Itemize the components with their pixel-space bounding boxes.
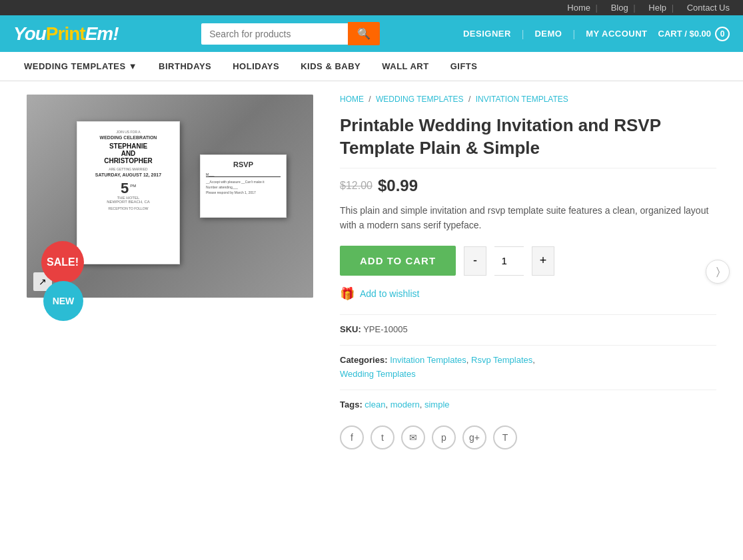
- invitation-card: JOIN US FOR A WEDDING CELEBRATION STEPHA…: [77, 121, 180, 264]
- rsvp-card: RSVP M___ __Accept with pleasure __Can't…: [200, 154, 287, 218]
- bc-sep2: /: [468, 95, 470, 104]
- logo[interactable]: YouPrintEm!: [13, 23, 119, 45]
- header: YouPrintEm! 🔍 DESIGNER | DEMO | MY ACCOU…: [0, 15, 743, 52]
- category-invitation[interactable]: Invitation Templates: [390, 355, 466, 365]
- tags-label: Tags:: [340, 400, 363, 410]
- next-product-button[interactable]: 〉: [706, 260, 730, 284]
- nav-holidays[interactable]: HOLIDAYS: [222, 52, 290, 81]
- cart-button[interactable]: CART / $0.00 0: [658, 27, 730, 41]
- sale-badge: SALE!: [41, 241, 84, 284]
- rsvp-number: Number attending___: [206, 185, 281, 189]
- tag-clean[interactable]: clean: [365, 400, 385, 410]
- nav-gifts[interactable]: GIFTS: [440, 52, 488, 81]
- meta-divider3: [340, 390, 716, 390]
- price-wrap: $12.00 $0.99: [340, 176, 716, 195]
- sep3: |: [672, 3, 674, 13]
- quantity-plus-button[interactable]: +: [532, 246, 554, 276]
- inv-date: SATURDAY, AUGUST 12, 2017: [84, 172, 173, 177]
- sku-val: YPE-10005: [363, 324, 408, 334]
- nav-sep2: |: [572, 29, 575, 39]
- quantity-minus-button[interactable]: -: [464, 246, 486, 276]
- nav-birthdays[interactable]: BIRTHDAYS: [148, 52, 222, 81]
- cart-label: CART / $0.00: [658, 29, 711, 39]
- header-nav: DESIGNER | DEMO | MY ACCOUNT CART / $0.0…: [463, 27, 730, 41]
- main-content: JOIN US FOR A WEDDING CELEBRATION STEPHA…: [13, 95, 730, 449]
- logo-you: You: [13, 23, 46, 44]
- product-image-wrap: JOIN US FOR A WEDDING CELEBRATION STEPHA…: [27, 95, 313, 449]
- logo-em: Em!: [85, 23, 119, 44]
- categories-label: Categories:: [340, 355, 388, 365]
- sku-row: SKU: YPE-10005: [340, 323, 716, 337]
- nav-wedding-templates[interactable]: WEDDING TEMPLATES ▼: [13, 52, 148, 81]
- price-new: $0.99: [378, 176, 418, 195]
- sep1: |: [596, 3, 598, 13]
- product-info: HOME / WEDDING TEMPLATES / INVITATION TE…: [340, 95, 716, 449]
- twitter-share-button[interactable]: t: [371, 425, 394, 449]
- content-wrapper: JOIN US FOR A WEDDING CELEBRATION STEPHA…: [0, 95, 743, 449]
- new-badge: NEW: [43, 281, 83, 321]
- title-divider: [340, 168, 716, 168]
- tags-row: Tags: clean, modern, simple: [340, 398, 716, 412]
- nav-wall-art[interactable]: WALL ART: [371, 52, 439, 81]
- rsvp-respond: Please respond by March 1, 2017: [206, 190, 281, 194]
- top-bar: Home | Blog | Help | Contact Us: [0, 0, 743, 15]
- demo-link[interactable]: DEMO: [534, 29, 562, 39]
- cart-badge: 0: [715, 27, 730, 41]
- rsvp-title: RSVP: [206, 160, 281, 168]
- product-title: Printable Wedding Invitation and RSVP Te…: [340, 115, 716, 160]
- meta-divider1: [340, 314, 716, 315]
- add-to-cart-button[interactable]: ADD TO CART: [340, 246, 456, 276]
- inv-reception: RECEPTION TO FOLLOW: [84, 206, 173, 210]
- inv-time-big: 5: [121, 181, 129, 196]
- inv-married-text: ARE GETTING MARRIED: [84, 167, 173, 171]
- help-link[interactable]: Help: [648, 3, 666, 13]
- nav-bar: WEDDING TEMPLATES ▼ BIRTHDAYS HOLIDAYS K…: [0, 52, 743, 81]
- google-share-button[interactable]: g+: [462, 425, 486, 449]
- inv-names: STEPHANIEANDCHRISTOPHER: [84, 142, 173, 164]
- inv-time-pm: PM: [130, 184, 136, 188]
- category-rsvp[interactable]: Rsvp Templates: [471, 355, 532, 365]
- cart-row: ADD TO CART - +: [340, 246, 716, 276]
- search-bar: 🔍: [201, 22, 380, 45]
- tag-simple[interactable]: simple: [424, 400, 450, 410]
- breadcrumb-home[interactable]: HOME: [340, 95, 364, 104]
- social-row: f t ✉ p g+ T: [340, 425, 716, 449]
- price-old: $12.00: [340, 180, 372, 192]
- email-share-button[interactable]: ✉: [401, 425, 425, 449]
- blog-link[interactable]: Blog: [611, 3, 628, 13]
- rsvp-accept: __Accept with pleasure __Can't make it: [206, 180, 281, 184]
- tumblr-share-button[interactable]: T: [493, 425, 517, 449]
- add-to-wishlist-link[interactable]: Add to wishlist: [360, 288, 419, 299]
- designer-link[interactable]: DESIGNER: [463, 29, 511, 39]
- product-description: This plain and simple invitation and rsv…: [340, 203, 716, 233]
- home-link[interactable]: Home: [567, 3, 590, 13]
- inv-join-text: JOIN US FOR A: [84, 130, 173, 134]
- pinterest-share-button[interactable]: p: [432, 425, 456, 449]
- contact-link[interactable]: Contact Us: [687, 3, 730, 13]
- breadcrumb-invitation[interactable]: INVITATION TEMPLATES: [476, 95, 568, 104]
- logo-print: Print: [46, 23, 85, 44]
- meta-divider2: [340, 345, 716, 346]
- bc-sep1: /: [369, 95, 371, 104]
- rsvp-m-line: M___: [206, 172, 281, 177]
- breadcrumb-wedding[interactable]: WEDDING TEMPLATES: [376, 95, 464, 104]
- my-account-link[interactable]: MY ACCOUNT: [586, 29, 647, 39]
- nav-sep1: |: [522, 29, 524, 39]
- search-button[interactable]: 🔍: [348, 22, 380, 45]
- breadcrumb: HOME / WEDDING TEMPLATES / INVITATION TE…: [340, 95, 716, 104]
- sku-label: SKU:: [340, 324, 361, 334]
- facebook-share-button[interactable]: f: [340, 425, 364, 449]
- gift-icon: 🎁: [340, 286, 355, 301]
- tag-modern[interactable]: modern: [390, 400, 420, 410]
- category-wedding[interactable]: Wedding Templates: [340, 369, 416, 379]
- inv-celebration-text: WEDDING CELEBRATION: [84, 135, 173, 140]
- quantity-input[interactable]: [494, 246, 524, 276]
- chevron-down-icon: ▼: [129, 61, 137, 71]
- nav-kids-baby[interactable]: KIDS & BABY: [290, 52, 371, 81]
- search-input[interactable]: [201, 23, 348, 45]
- sep2: |: [633, 3, 635, 13]
- wishlist-row: 🎁 Add to wishlist: [340, 286, 716, 301]
- inv-venue: THE HOTELNEWPORT BEACH, CA: [84, 196, 173, 204]
- categories-row: Categories: Invitation Templates, Rsvp T…: [340, 354, 716, 382]
